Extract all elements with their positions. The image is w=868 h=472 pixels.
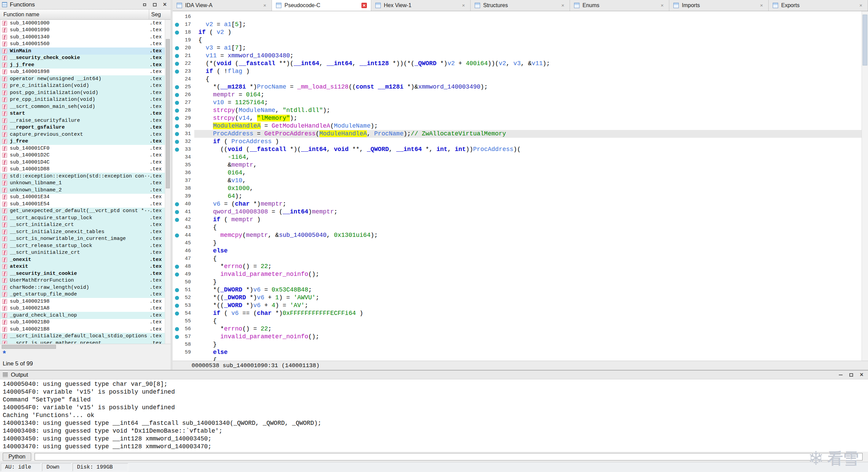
code-token[interactable]: = <box>235 91 246 98</box>
code-token[interactable]: v6 <box>213 201 220 207</box>
code-token[interactable]: (); <box>308 333 319 340</box>
code-token[interactable]: else <box>213 349 228 356</box>
code-token[interactable]: ]; <box>239 44 246 51</box>
code-token[interactable]: = <box>217 52 228 59</box>
code-line[interactable]: 22 (*(void (__fastcall **)(__int64, __in… <box>173 60 868 68</box>
code-token[interactable] <box>198 201 213 207</box>
code-token[interactable] <box>198 185 228 192</box>
tab-close-icon[interactable]: × <box>361 3 367 8</box>
output-close-button[interactable]: × <box>858 372 865 378</box>
code-token[interactable]: , <box>352 60 360 67</box>
breakpoint-dot[interactable] <box>175 233 179 238</box>
function-row[interactable]: f__scrt_initialize_onexit_tables.tex <box>0 228 171 235</box>
code-token[interactable]: errno <box>224 325 242 332</box>
code-token[interactable]: -1i64 <box>228 154 246 161</box>
code-token[interactable] <box>198 247 213 254</box>
code-token[interactable]: ( <box>316 130 319 137</box>
function-row[interactable]: fpost_pgo_initialization(void).tex <box>0 89 171 96</box>
code-token[interactable]: , <box>389 146 396 153</box>
code-token[interactable]: ); <box>235 193 242 200</box>
code-line[interactable]: 25 *(__m128i *)ProcName = _mm_load_si128… <box>173 83 868 91</box>
breakpoint-dot[interactable] <box>175 311 179 316</box>
code-token[interactable]: if <box>206 68 213 75</box>
code-token[interactable] <box>198 122 213 129</box>
code-token[interactable]: _WORD <box>224 302 242 309</box>
code-token[interactable]: = <box>213 44 224 51</box>
code-token[interactable] <box>198 21 206 28</box>
code-token[interactable]: _QWORD <box>414 60 436 67</box>
code-line[interactable]: 18if ( v2 ) <box>173 29 868 36</box>
code-token[interactable]: ]; <box>239 21 246 28</box>
code-token[interactable]: GetProcAddress <box>264 130 315 137</box>
function-row[interactable]: fsub_140001090.tex <box>0 27 171 34</box>
code-token[interactable] <box>198 99 213 106</box>
code-token[interactable]: ( <box>235 107 239 114</box>
function-row[interactable]: fsub_140001E34.tex <box>0 194 171 201</box>
code-token[interactable]: 7 <box>235 44 239 51</box>
code-token[interactable]: 400i64 <box>466 60 488 67</box>
code-line[interactable]: 27 v10 = 11257i64; <box>173 99 868 107</box>
code-token[interactable]: else <box>213 247 228 254</box>
code-token[interactable]: ) <box>308 208 312 215</box>
function-row[interactable]: fstd::exception::exception(std::exceptio… <box>0 173 171 180</box>
code-token[interactable]: [ <box>231 44 235 51</box>
code-token[interactable]: strcpy <box>213 115 235 121</box>
code-token[interactable]: flag <box>228 68 242 75</box>
code-line[interactable]: 20 v3 = a1[7]; <box>173 44 868 52</box>
code-token[interactable]: , <box>448 146 455 153</box>
code-token[interactable]: ; <box>316 294 319 301</box>
code-token[interactable]: * <box>198 263 224 270</box>
code-token[interactable]: , & <box>521 60 532 67</box>
code-line[interactable]: 32 if ( ProcAddress ) <box>173 138 868 146</box>
code-token[interactable]: ); <box>290 115 297 121</box>
code-token[interactable]: 0x1301ui64 <box>334 232 371 239</box>
code-token[interactable]: char <box>257 310 272 317</box>
tab-close-icon[interactable]: × <box>560 3 566 8</box>
code-line[interactable]: 54 if ( v6 == (char *)0xFFFFFFFFFFFECFFi… <box>173 309 868 317</box>
code-token[interactable]: v2 <box>499 60 506 67</box>
code-token[interactable]: 64 <box>228 193 235 200</box>
column-function-name[interactable]: Function name <box>0 10 149 19</box>
code-token[interactable]: (*( <box>198 60 217 67</box>
code-vscrollbar[interactable] <box>862 11 868 361</box>
function-row[interactable]: f__raise_securityfailure.tex <box>0 117 171 124</box>
code-token[interactable]: ModuleName <box>334 122 371 129</box>
code-token[interactable]: v2 <box>448 60 455 67</box>
code-token[interactable]: __int64 <box>327 60 352 67</box>
tab-close-icon[interactable]: × <box>659 3 665 8</box>
code-token[interactable]: v6 <box>257 294 264 301</box>
code-token[interactable]: = <box>286 83 297 90</box>
code-token[interactable]: 22 <box>261 325 268 332</box>
code-token[interactable] <box>198 232 220 239</box>
code-token[interactable]: int <box>455 146 466 153</box>
code-token[interactable]: , <box>242 169 246 176</box>
code-token[interactable]: __int64 <box>301 146 327 153</box>
code-token[interactable]: *)( <box>286 146 301 153</box>
code-token[interactable]: *))(*( <box>389 60 415 67</box>
code-token[interactable]: *) <box>246 294 257 301</box>
function-row[interactable]: fpre_cpp_initialization(void).tex <box>0 96 171 103</box>
code-token[interactable]: memptr <box>231 162 253 168</box>
code-line[interactable]: 21 v11 = xmmword_140003480; <box>173 52 868 60</box>
code-token[interactable]: // ZwAllocateVirtualMemory <box>411 130 506 137</box>
breakpoint-dot[interactable] <box>175 288 179 292</box>
code-line[interactable]: 42 if ( memptr ) <box>173 216 868 224</box>
code-token[interactable]: ProcName <box>257 83 286 90</box>
code-token[interactable]: "lMemory" <box>257 115 290 121</box>
breakpoint-dot[interactable] <box>175 101 179 105</box>
code-token[interactable]: ( <box>206 29 217 36</box>
code-token[interactable]: { <box>198 255 217 262</box>
code-token[interactable]: 0i64 <box>228 169 242 176</box>
code-token[interactable]: ; <box>264 99 268 106</box>
function-row[interactable]: fsub_1400021B8.tex <box>0 326 171 333</box>
code-token[interactable]: ) = <box>279 294 294 301</box>
functions-close-button[interactable]: × <box>161 1 169 8</box>
code-token[interactable]: _DWORD <box>224 294 246 301</box>
function-row[interactable]: fsub_140001D88.tex <box>0 166 171 173</box>
breakpoint-dot[interactable] <box>175 109 179 113</box>
tab-structures[interactable]: Structures× <box>471 0 570 11</box>
function-row[interactable]: f__scrt_release_startup_lock.tex <box>0 242 171 249</box>
code-token[interactable]: ); <box>371 122 378 129</box>
tab-close-icon[interactable]: × <box>461 3 466 8</box>
code-token[interactable]: v11 <box>532 60 542 67</box>
